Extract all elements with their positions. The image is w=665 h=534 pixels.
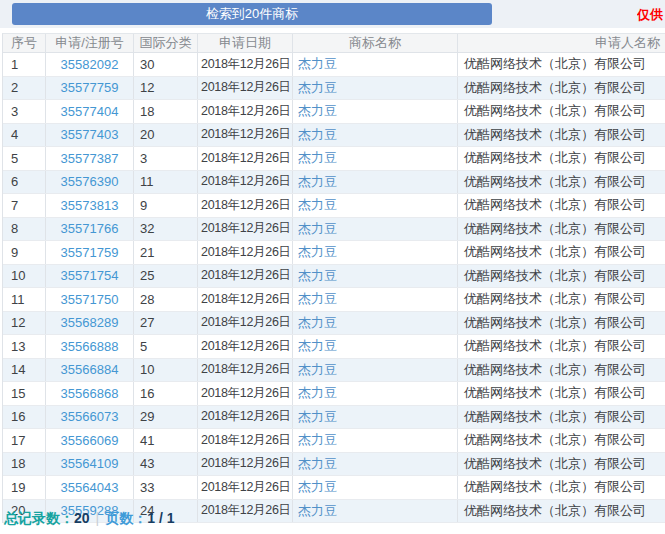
reg-number-link[interactable]: 35564043 [61, 480, 119, 495]
cell-reg_no: 35568289 [46, 312, 134, 335]
trademark-name-link[interactable]: 杰力豆 [298, 79, 337, 97]
cell-tm_name: 杰力豆 [293, 429, 458, 452]
reg-number-link[interactable]: 35566884 [61, 362, 119, 377]
cell-intl_class: 28 [134, 288, 198, 311]
trademark-name-link[interactable]: 杰力豆 [298, 337, 337, 355]
col-header-tm-name: 商标名称 [293, 34, 458, 52]
reg-number-link[interactable]: 35566073 [61, 409, 119, 424]
cell-intl_class: 25 [134, 265, 198, 288]
reg-number-link[interactable]: 35571754 [61, 268, 119, 283]
trademark-name-link[interactable]: 杰力豆 [298, 149, 337, 167]
cell-applicant: 优酷网络技术（北京）有限公司 [458, 77, 665, 100]
cell-tm_name: 杰力豆 [293, 53, 458, 76]
reg-number-link[interactable]: 35576390 [61, 174, 119, 189]
trademark-name-link[interactable]: 杰力豆 [298, 431, 337, 449]
trademark-name-link[interactable]: 杰力豆 [298, 478, 337, 496]
cell-applicant: 优酷网络技术（北京）有限公司 [458, 382, 665, 405]
reg-number-link[interactable]: 35566069 [61, 433, 119, 448]
cell-app_date: 2018年12月26日 [198, 406, 293, 429]
cell-tm_name: 杰力豆 [293, 312, 458, 335]
cell-no: 7 [3, 194, 46, 217]
cell-reg_no: 35573813 [46, 194, 134, 217]
cell-applicant: 优酷网络技术（北京）有限公司 [458, 265, 665, 288]
cell-tm_name: 杰力豆 [293, 288, 458, 311]
table-row: 1635566073292018年12月26日杰力豆优酷网络技术（北京）有限公司 [3, 406, 665, 430]
cell-app_date: 2018年12月26日 [198, 429, 293, 452]
cell-reg_no: 35564109 [46, 453, 134, 476]
cell-app_date: 2018年12月26日 [198, 312, 293, 335]
cell-applicant: 优酷网络技术（北京）有限公司 [458, 218, 665, 241]
reg-number-link[interactable]: 35577404 [61, 104, 119, 119]
search-result-count-button[interactable]: 检索到20件商标 [12, 3, 492, 25]
cell-reg_no: 35566073 [46, 406, 134, 429]
reg-number-link[interactable]: 35564109 [61, 456, 119, 471]
cell-app_date: 2018年12月26日 [198, 453, 293, 476]
cell-reg_no: 35577403 [46, 124, 134, 147]
trademark-name-link[interactable]: 杰力豆 [298, 267, 337, 285]
reg-number-link[interactable]: 35571750 [61, 292, 119, 307]
table-header-row: 序号 申请/注册号 国际分类 申请日期 商标名称 申请人名称 [3, 34, 665, 53]
reg-number-link[interactable]: 35566868 [61, 386, 119, 401]
reg-number-link[interactable]: 35577387 [61, 151, 119, 166]
trademark-name-link[interactable]: 杰力豆 [298, 408, 337, 426]
header-bar: 检索到20件商标 仅供 [0, 0, 665, 28]
col-header-applicant: 申请人名称 [458, 34, 665, 52]
cell-applicant: 优酷网络技术（北京）有限公司 [458, 124, 665, 147]
table-row: 335577404182018年12月26日杰力豆优酷网络技术（北京）有限公司 [3, 100, 665, 124]
table-row: 235577759122018年12月26日杰力豆优酷网络技术（北京）有限公司 [3, 77, 665, 101]
cell-no: 8 [3, 218, 46, 241]
trademark-name-link[interactable]: 杰力豆 [298, 502, 337, 520]
trademark-name-link[interactable]: 杰力豆 [298, 220, 337, 238]
cell-tm_name: 杰力豆 [293, 124, 458, 147]
reg-number-link[interactable]: 35573813 [61, 198, 119, 213]
table-row: 835571766322018年12月26日杰力豆优酷网络技术（北京）有限公司 [3, 218, 665, 242]
trademark-name-link[interactable]: 杰力豆 [298, 196, 337, 214]
cell-applicant: 优酷网络技术（北京）有限公司 [458, 147, 665, 170]
notice-text: 仅供 [637, 7, 665, 25]
cell-reg_no: 35566888 [46, 335, 134, 358]
cell-tm_name: 杰力豆 [293, 382, 458, 405]
table-row: 1035571754252018年12月26日杰力豆优酷网络技术（北京）有限公司 [3, 265, 665, 289]
total-records-label: 总记录数： [4, 510, 74, 526]
table-row: 1535566868162018年12月26日杰力豆优酷网络技术（北京）有限公司 [3, 382, 665, 406]
trademark-name-link[interactable]: 杰力豆 [298, 455, 337, 473]
cell-applicant: 优酷网络技术（北京）有限公司 [458, 500, 665, 523]
cell-app_date: 2018年12月26日 [198, 241, 293, 264]
cell-applicant: 优酷网络技术（北京）有限公司 [458, 312, 665, 335]
cell-tm_name: 杰力豆 [293, 194, 458, 217]
cell-reg_no: 35571754 [46, 265, 134, 288]
reg-number-link[interactable]: 35577403 [61, 127, 119, 142]
trademark-name-link[interactable]: 杰力豆 [298, 243, 337, 261]
cell-app_date: 2018年12月26日 [198, 171, 293, 194]
cell-no: 10 [3, 265, 46, 288]
trademark-name-link[interactable]: 杰力豆 [298, 126, 337, 144]
trademark-name-link[interactable]: 杰力豆 [298, 290, 337, 308]
reg-number-link[interactable]: 35568289 [61, 315, 119, 330]
cell-intl_class: 32 [134, 218, 198, 241]
cell-tm_name: 杰力豆 [293, 241, 458, 264]
table-row: 435577403202018年12月26日杰力豆优酷网络技术（北京）有限公司 [3, 124, 665, 148]
table-row: 53557738732018年12月26日杰力豆优酷网络技术（北京）有限公司 [3, 147, 665, 171]
cell-intl_class: 11 [134, 171, 198, 194]
trademark-name-link[interactable]: 杰力豆 [298, 361, 337, 379]
table-row: 635576390112018年12月26日杰力豆优酷网络技术（北京）有限公司 [3, 171, 665, 195]
cell-tm_name: 杰力豆 [293, 171, 458, 194]
reg-number-link[interactable]: 35571766 [61, 221, 119, 236]
cell-app_date: 2018年12月26日 [198, 335, 293, 358]
trademark-name-link[interactable]: 杰力豆 [298, 384, 337, 402]
cell-intl_class: 10 [134, 359, 198, 382]
reg-number-link[interactable]: 35566888 [61, 339, 119, 354]
trademark-name-link[interactable]: 杰力豆 [298, 102, 337, 120]
cell-no: 5 [3, 147, 46, 170]
reg-number-link[interactable]: 35577759 [61, 80, 119, 95]
trademark-name-link[interactable]: 杰力豆 [298, 173, 337, 191]
cell-intl_class: 43 [134, 453, 198, 476]
reg-number-link[interactable]: 35582092 [61, 57, 119, 72]
trademark-name-link[interactable]: 杰力豆 [298, 55, 337, 73]
cell-applicant: 优酷网络技术（北京）有限公司 [458, 429, 665, 452]
reg-number-link[interactable]: 35571759 [61, 245, 119, 260]
cell-app_date: 2018年12月26日 [198, 359, 293, 382]
cell-reg_no: 35571750 [46, 288, 134, 311]
trademark-name-link[interactable]: 杰力豆 [298, 314, 337, 332]
cell-app_date: 2018年12月26日 [198, 147, 293, 170]
